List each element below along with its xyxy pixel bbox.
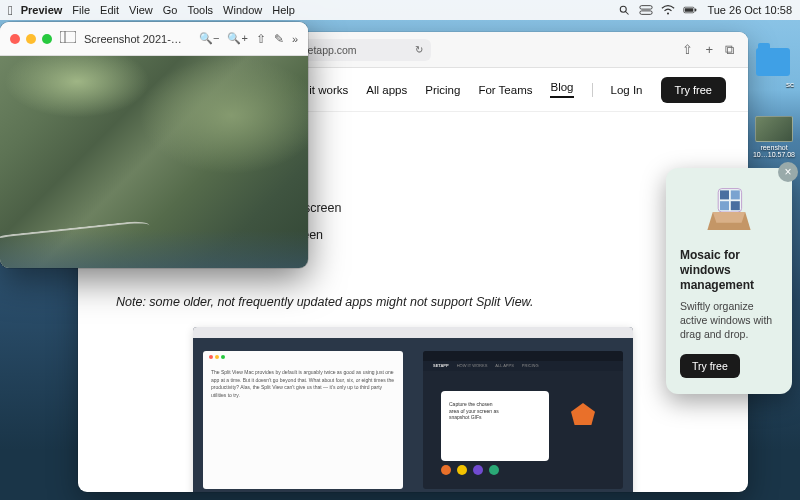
thumbnail-time: 10…10.57.08 (752, 151, 796, 158)
share-icon[interactable]: ⇧ (682, 42, 693, 58)
preview-image[interactable] (0, 56, 308, 268)
desktop-folder-label: sc (786, 80, 794, 89)
svg-rect-8 (60, 31, 76, 43)
svg-rect-11 (720, 190, 729, 199)
desktop-folder-icon[interactable] (756, 48, 790, 76)
nav-all-apps[interactable]: All apps (366, 84, 407, 96)
tabs-overview-icon[interactable]: ⧉ (725, 42, 734, 58)
control-center-icon[interactable] (639, 4, 653, 16)
menu-window[interactable]: Window (223, 4, 262, 16)
window-controls[interactable] (10, 34, 52, 44)
close-icon[interactable]: × (778, 162, 798, 182)
share-icon-preview[interactable]: ⇧ (256, 32, 266, 46)
zoom-in-icon[interactable]: 🔍+ (227, 32, 247, 45)
svg-line-1 (626, 12, 629, 15)
svg-point-0 (621, 6, 627, 12)
desktop-screenshot-thumb[interactable]: reenshot 10…10.57.08 (752, 116, 796, 158)
preview-window: Screenshot 2021-… 🔍− 🔍+ ⇧ ✎ » (0, 22, 308, 268)
menu-tools[interactable]: Tools (187, 4, 213, 16)
apple-menu-icon[interactable]:  (8, 3, 13, 18)
figure-left-window: The Split View Mac provides by default i… (203, 351, 403, 489)
sidebar-toggle-icon[interactable] (60, 31, 76, 46)
wifi-icon[interactable] (661, 4, 675, 16)
svg-rect-3 (640, 11, 652, 15)
menu-go[interactable]: Go (163, 4, 178, 16)
zoom-out-icon[interactable]: 🔍− (199, 32, 219, 45)
nav-divider (592, 83, 593, 97)
menu-file[interactable]: File (72, 4, 90, 16)
figure-right-window: SETAPP HOW IT WORKS ALL APPS PRICING Cap… (423, 351, 623, 489)
promo-try-free-button[interactable]: Try free (680, 354, 740, 378)
menu-help[interactable]: Help (272, 4, 295, 16)
nav-login[interactable]: Log In (611, 84, 643, 96)
spotlight-icon[interactable] (617, 4, 631, 16)
svg-rect-12 (731, 190, 740, 199)
more-icon[interactable]: » (292, 33, 298, 45)
svg-rect-7 (695, 9, 696, 12)
svg-point-4 (667, 12, 669, 14)
nav-for-teams[interactable]: For Teams (478, 84, 532, 96)
svg-rect-13 (720, 201, 729, 210)
promo-illustration (680, 182, 778, 242)
menu-view[interactable]: View (129, 4, 153, 16)
new-tab-icon[interactable]: + (705, 42, 713, 58)
svg-rect-6 (685, 8, 693, 12)
nav-try-free-button[interactable]: Try free (661, 77, 727, 103)
reload-icon[interactable]: ↻ (415, 44, 423, 55)
address-bar-text: setapp.com (302, 44, 356, 56)
menubar-app-name[interactable]: Preview (21, 4, 63, 16)
minimize-window-icon[interactable] (26, 34, 36, 44)
article-figure: The Split View Mac provides by default i… (193, 327, 633, 492)
nav-blog[interactable]: Blog (550, 81, 573, 98)
fullscreen-window-icon[interactable] (42, 34, 52, 44)
thumbnail-image (755, 116, 793, 142)
svg-rect-14 (731, 201, 740, 210)
promo-body: Swiftly organize active windows with dra… (680, 299, 778, 342)
thumbnail-name: reenshot (752, 144, 796, 151)
battery-icon[interactable] (683, 4, 697, 16)
svg-rect-2 (640, 6, 652, 10)
menu-edit[interactable]: Edit (100, 4, 119, 16)
close-window-icon[interactable] (10, 34, 20, 44)
promo-title: Mosaic for windows management (680, 248, 778, 293)
markup-icon[interactable]: ✎ (274, 32, 284, 46)
menubar-clock[interactable]: Tue 26 Oct 10:58 (707, 4, 792, 16)
article-note: Note: some older, not frequently updated… (116, 291, 710, 314)
macos-menubar:  Preview File Edit View Go Tools Window… (0, 0, 800, 20)
preview-toolbar: Screenshot 2021-… 🔍− 🔍+ ⇧ ✎ » (0, 22, 308, 56)
promo-card: × Mosaic for windows management Swiftly … (666, 168, 792, 394)
preview-title: Screenshot 2021-… (84, 33, 182, 45)
nav-pricing[interactable]: Pricing (425, 84, 460, 96)
